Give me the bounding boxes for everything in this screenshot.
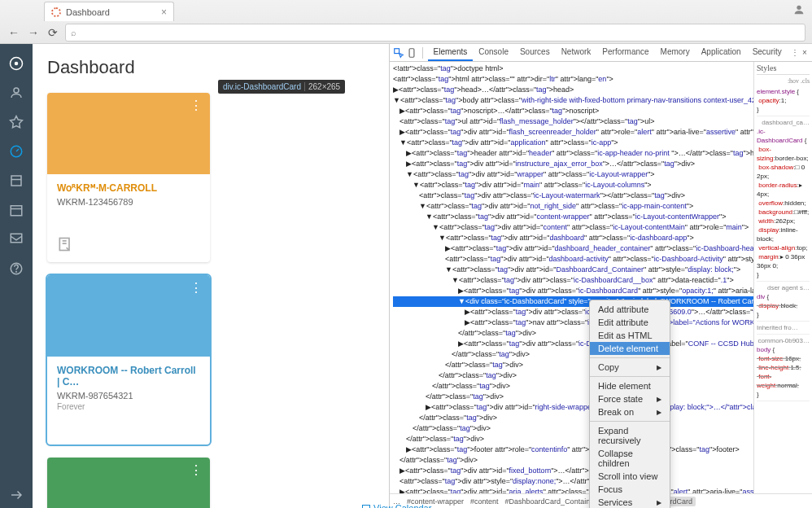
dom-node[interactable]: <attr">class="tag">div attr">id="dashboa… [393,254,753,265]
dashboard-card[interactable]: ⋮ WORKROOM -- Robert Carroll | C… WKRM-9… [47,275,210,444]
context-menu-item[interactable]: Copy▶ [590,361,670,374]
context-menu-item[interactable]: Force state▶ [590,392,670,405]
dashboard-card[interactable]: ⋮ CONF -- CCSD Hub CCSD Hub Forever [47,458,210,508]
dom-node[interactable]: <attr">class="tag">div attr">style="disp… [393,476,753,487]
reload-button[interactable]: ⟳ [46,25,60,40]
context-menu-item[interactable]: Break on▶ [590,405,670,418]
dom-node[interactable]: ▼<div class="ic-DashboardCard" style="op… [393,296,753,307]
address-bar[interactable]: ⌕ [65,24,805,42]
back-button[interactable]: ← [7,25,21,40]
context-menu[interactable]: Add attributeEdit attributeEdit as HTMLD… [589,300,670,508]
collapse-icon[interactable] [3,482,29,508]
dom-node[interactable]: ▶<attr">class="tag">head>…</attr">class=… [393,85,753,95]
dom-node[interactable]: ▶<attr">class="tag">div attr">id="aria_a… [393,487,753,493]
dom-node[interactable]: ▶<attr">class="tag">footer attr">role="c… [393,444,753,455]
context-menu-item[interactable]: Services▶ [590,496,670,508]
dom-node[interactable]: ▶<attr">class="tag">div attr">class="ic-… [393,307,753,318]
dom-node[interactable]: ▼<attr">class="tag">div attr">id="wrappe… [393,169,753,180]
dom-node[interactable]: ▼<attr">class="tag">div attr">id="not_ri… [393,201,753,212]
search-icon: ⌕ [71,28,76,37]
context-menu-item[interactable]: Delete element [590,342,670,355]
account-icon[interactable] [3,80,29,106]
logo-icon[interactable] [3,50,29,77]
browser-tab[interactable]: Dashboard × [44,2,174,21]
dom-node[interactable]: <attr">class="tag">html attr">class="" a… [393,74,753,85]
devtools-tab-sources[interactable]: Sources [514,44,556,61]
dom-node[interactable]: </attr">class="tag">div> [393,328,753,339]
devtools-tab-application[interactable]: Application [696,44,747,61]
courses-icon[interactable] [3,168,29,194]
dom-node[interactable]: ▶<attr">class="tag">div attr">class="ic-… [393,286,753,296]
card-menu-icon[interactable]: ⋮ [190,280,203,296]
dom-node[interactable]: ▶<attr">class="tag">div attr">id="right-… [393,402,753,413]
device-mode-icon[interactable] [406,46,417,60]
dom-node[interactable]: ▶<attr">class="tag">nav attr">class="ic-… [393,318,753,328]
dom-node[interactable]: </attr">class="tag">div> [393,370,753,381]
view-calendar-link[interactable]: View Calendar [361,503,431,508]
context-menu-item[interactable]: Add attribute [590,303,670,316]
dom-node[interactable]: </attr">class="tag">div> [393,381,753,392]
dom-node[interactable]: ▶<attr">class="tag">div attr">class="ic-… [393,339,753,349]
context-menu-item[interactable]: Focus [590,483,670,496]
context-menu-item[interactable]: Hide element [590,379,670,392]
dom-node[interactable]: </attr">class="tag">div> [393,413,753,423]
help-icon[interactable] [3,256,29,282]
dashboard-icon[interactable] [3,138,29,164]
devtools-tab-security[interactable]: Security [747,44,788,61]
close-tab-icon[interactable]: × [161,7,167,18]
breadcrumb-item[interactable]: #content [470,497,499,506]
dom-node[interactable]: <!attr">class="tag">doctype html> [393,64,753,74]
dom-node[interactable]: ▶<attr">class="tag">noscript>…</attr">cl… [393,106,753,116]
dom-node[interactable]: ▶<attr">class="tag">header attr">id="hea… [393,148,753,159]
dom-node[interactable]: ▼<attr">class="tag">div attr">class="ic-… [393,275,753,286]
main-content: Dashboard ⋮ WᴏᴿKRᴹ·M·CARROLL WKRM-123456… [33,44,389,508]
dom-node[interactable]: </attr">class="tag">div> [393,392,753,402]
dom-node[interactable]: </attr">class="tag">div> [393,434,753,444]
dom-node[interactable]: ▼<attr">class="tag">div attr">id="Dashbo… [393,265,753,275]
devtools-tabs: ElementsConsoleSourcesNetworkPerformance… [428,44,788,61]
inbox-icon[interactable] [3,226,29,252]
admin-icon[interactable] [3,109,29,135]
inspect-element-icon[interactable] [393,46,404,60]
card-menu-icon[interactable]: ⋮ [190,98,203,113]
dom-node[interactable]: ▶<attr">class="tag">div attr">id="instru… [393,159,753,169]
dom-node[interactable]: ▶<attr">class="tag">div attr">id="flash_… [393,127,753,138]
dom-node[interactable]: ▶<attr">class="tag">div attr">id="dashbo… [393,243,753,254]
dom-node[interactable]: ▼<attr">class="tag">body attr">class="wi… [393,95,753,106]
dom-node[interactable]: ▼<attr">class="tag">div attr">id="conten… [393,212,753,222]
dom-node[interactable]: </attr">class="tag">div> [393,349,753,360]
dom-tree[interactable]: <!attr">class="tag">doctype html><attr">… [390,62,753,493]
dom-node[interactable]: </attr">class="tag">div> [393,360,753,370]
devtools-tab-memory[interactable]: Memory [655,44,696,61]
dom-node[interactable]: ▼<attr">class="tag">div attr">id="dashbo… [393,233,753,243]
profile-icon[interactable] [792,3,805,16]
dashboard-card[interactable]: ⋮ WᴏᴿKRᴹ·M·CARROLL WKRM-123456789 [47,93,210,262]
announcement-icon[interactable] [57,236,73,256]
forward-button[interactable]: → [26,25,41,40]
dom-node[interactable]: ▶<attr">class="tag">div attr">id="fixed_… [393,466,753,476]
dom-node[interactable]: </attr">class="tag">div> [393,455,753,466]
styles-filter[interactable]: :hov .cls [757,77,810,85]
styles-pane[interactable]: Styles :hov .cls element.style { opacity… [753,62,812,493]
devtools-close-icon[interactable]: × [801,46,809,60]
dom-node[interactable]: ▼<attr">class="tag">div attr">id="applic… [393,138,753,148]
dom-node[interactable]: <attr">class="tag">div attr">class="ic-L… [393,190,753,201]
tab-title: Dashboard [66,7,110,17]
card-menu-icon[interactable]: ⋮ [190,462,203,478]
context-menu-item[interactable]: Expand recursively [590,424,670,447]
dom-node[interactable]: </attr">class="tag">div> [393,423,753,434]
dom-node[interactable]: ▼<attr">class="tag">div attr">id="conten… [393,222,753,233]
context-menu-item[interactable]: Scroll into view [590,470,670,483]
devtools-tab-console[interactable]: Console [473,44,514,61]
dom-node[interactable]: <attr">class="tag">ul attr">id="flash_me… [393,116,753,127]
devtools-menu-icon[interactable]: ⋮ [791,46,799,60]
context-menu-item[interactable]: Edit as HTML [590,329,670,342]
devtools-tab-performance[interactable]: Performance [596,44,654,61]
calendar-icon[interactable] [3,197,29,223]
devtools-tab-network[interactable]: Network [556,44,597,61]
context-menu-item[interactable]: Collapse children [590,447,670,470]
dom-node[interactable]: ▼<attr">class="tag">div attr">id="main" … [393,180,753,190]
context-menu-item[interactable]: Edit attribute [590,316,670,329]
devtools-tab-elements[interactable]: Elements [428,44,474,61]
breadcrumb-item[interactable]: #DashboardCard_Container [505,497,597,506]
